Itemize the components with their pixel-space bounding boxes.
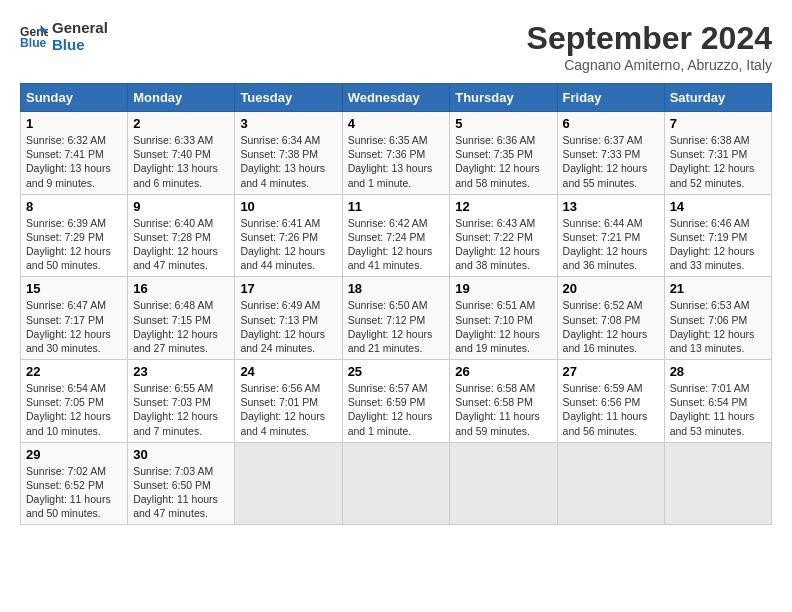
day-info: Sunrise: 6:47 AM Sunset: 7:17 PM Dayligh… [26,298,122,355]
calendar-header-row: SundayMondayTuesdayWednesdayThursdayFrid… [21,84,772,112]
day-number: 29 [26,447,122,462]
column-header-sunday: Sunday [21,84,128,112]
calendar-cell: 14Sunrise: 6:46 AM Sunset: 7:19 PM Dayli… [664,194,771,277]
day-info: Sunrise: 6:49 AM Sunset: 7:13 PM Dayligh… [240,298,336,355]
calendar-cell: 2Sunrise: 6:33 AM Sunset: 7:40 PM Daylig… [128,112,235,195]
column-header-wednesday: Wednesday [342,84,450,112]
day-number: 7 [670,116,766,131]
day-number: 27 [563,364,659,379]
day-info: Sunrise: 6:42 AM Sunset: 7:24 PM Dayligh… [348,216,445,273]
calendar-cell: 29Sunrise: 7:02 AM Sunset: 6:52 PM Dayli… [21,442,128,525]
day-info: Sunrise: 7:03 AM Sunset: 6:50 PM Dayligh… [133,464,229,521]
column-header-monday: Monday [128,84,235,112]
day-info: Sunrise: 6:38 AM Sunset: 7:31 PM Dayligh… [670,133,766,190]
calendar-cell: 26Sunrise: 6:58 AM Sunset: 6:58 PM Dayli… [450,360,557,443]
day-number: 28 [670,364,766,379]
calendar-cell: 10Sunrise: 6:41 AM Sunset: 7:26 PM Dayli… [235,194,342,277]
day-info: Sunrise: 6:44 AM Sunset: 7:21 PM Dayligh… [563,216,659,273]
calendar-cell: 15Sunrise: 6:47 AM Sunset: 7:17 PM Dayli… [21,277,128,360]
day-info: Sunrise: 6:39 AM Sunset: 7:29 PM Dayligh… [26,216,122,273]
day-info: Sunrise: 6:43 AM Sunset: 7:22 PM Dayligh… [455,216,551,273]
calendar-cell: 19Sunrise: 6:51 AM Sunset: 7:10 PM Dayli… [450,277,557,360]
day-info: Sunrise: 6:48 AM Sunset: 7:15 PM Dayligh… [133,298,229,355]
calendar-cell: 17Sunrise: 6:49 AM Sunset: 7:13 PM Dayli… [235,277,342,360]
day-number: 11 [348,199,445,214]
calendar-cell: 9Sunrise: 6:40 AM Sunset: 7:28 PM Daylig… [128,194,235,277]
calendar-cell: 13Sunrise: 6:44 AM Sunset: 7:21 PM Dayli… [557,194,664,277]
title-area: September 2024 Cagnano Amiterno, Abruzzo… [527,20,772,73]
calendar-cell: 5Sunrise: 6:36 AM Sunset: 7:35 PM Daylig… [450,112,557,195]
logo-icon: General Blue [20,23,48,51]
day-number: 12 [455,199,551,214]
day-number: 9 [133,199,229,214]
day-number: 22 [26,364,122,379]
day-info: Sunrise: 6:58 AM Sunset: 6:58 PM Dayligh… [455,381,551,438]
day-info: Sunrise: 6:40 AM Sunset: 7:28 PM Dayligh… [133,216,229,273]
day-info: Sunrise: 6:41 AM Sunset: 7:26 PM Dayligh… [240,216,336,273]
column-header-thursday: Thursday [450,84,557,112]
calendar-cell: 8Sunrise: 6:39 AM Sunset: 7:29 PM Daylig… [21,194,128,277]
logo-line2: Blue [52,37,108,54]
day-number: 3 [240,116,336,131]
calendar-week-row: 15Sunrise: 6:47 AM Sunset: 7:17 PM Dayli… [21,277,772,360]
calendar-table: SundayMondayTuesdayWednesdayThursdayFrid… [20,83,772,525]
calendar-cell: 6Sunrise: 6:37 AM Sunset: 7:33 PM Daylig… [557,112,664,195]
location-title: Cagnano Amiterno, Abruzzo, Italy [527,57,772,73]
day-number: 16 [133,281,229,296]
column-header-saturday: Saturday [664,84,771,112]
day-info: Sunrise: 6:54 AM Sunset: 7:05 PM Dayligh… [26,381,122,438]
day-number: 19 [455,281,551,296]
calendar-cell [450,442,557,525]
calendar-cell: 7Sunrise: 6:38 AM Sunset: 7:31 PM Daylig… [664,112,771,195]
calendar-cell [235,442,342,525]
calendar-cell: 18Sunrise: 6:50 AM Sunset: 7:12 PM Dayli… [342,277,450,360]
calendar-cell: 11Sunrise: 6:42 AM Sunset: 7:24 PM Dayli… [342,194,450,277]
day-number: 1 [26,116,122,131]
calendar-cell: 20Sunrise: 6:52 AM Sunset: 7:08 PM Dayli… [557,277,664,360]
calendar-cell: 3Sunrise: 6:34 AM Sunset: 7:38 PM Daylig… [235,112,342,195]
day-number: 4 [348,116,445,131]
day-info: Sunrise: 6:37 AM Sunset: 7:33 PM Dayligh… [563,133,659,190]
day-number: 21 [670,281,766,296]
day-number: 23 [133,364,229,379]
day-number: 14 [670,199,766,214]
calendar-cell: 24Sunrise: 6:56 AM Sunset: 7:01 PM Dayli… [235,360,342,443]
day-number: 17 [240,281,336,296]
day-number: 10 [240,199,336,214]
day-number: 20 [563,281,659,296]
header: General Blue General Blue September 2024… [20,20,772,73]
day-info: Sunrise: 6:46 AM Sunset: 7:19 PM Dayligh… [670,216,766,273]
day-info: Sunrise: 6:51 AM Sunset: 7:10 PM Dayligh… [455,298,551,355]
day-info: Sunrise: 6:34 AM Sunset: 7:38 PM Dayligh… [240,133,336,190]
calendar-week-row: 8Sunrise: 6:39 AM Sunset: 7:29 PM Daylig… [21,194,772,277]
calendar-cell [664,442,771,525]
day-info: Sunrise: 6:52 AM Sunset: 7:08 PM Dayligh… [563,298,659,355]
logo-line1: General [52,20,108,37]
day-info: Sunrise: 6:57 AM Sunset: 6:59 PM Dayligh… [348,381,445,438]
day-number: 5 [455,116,551,131]
day-number: 25 [348,364,445,379]
calendar-cell: 1Sunrise: 6:32 AM Sunset: 7:41 PM Daylig… [21,112,128,195]
calendar-week-row: 1Sunrise: 6:32 AM Sunset: 7:41 PM Daylig… [21,112,772,195]
day-number: 15 [26,281,122,296]
day-number: 2 [133,116,229,131]
day-info: Sunrise: 6:59 AM Sunset: 6:56 PM Dayligh… [563,381,659,438]
day-number: 6 [563,116,659,131]
day-info: Sunrise: 6:32 AM Sunset: 7:41 PM Dayligh… [26,133,122,190]
day-info: Sunrise: 6:35 AM Sunset: 7:36 PM Dayligh… [348,133,445,190]
calendar-cell: 25Sunrise: 6:57 AM Sunset: 6:59 PM Dayli… [342,360,450,443]
day-number: 30 [133,447,229,462]
calendar-cell [557,442,664,525]
calendar-week-row: 29Sunrise: 7:02 AM Sunset: 6:52 PM Dayli… [21,442,772,525]
day-info: Sunrise: 6:56 AM Sunset: 7:01 PM Dayligh… [240,381,336,438]
calendar-cell: 27Sunrise: 6:59 AM Sunset: 6:56 PM Dayli… [557,360,664,443]
calendar-cell: 12Sunrise: 6:43 AM Sunset: 7:22 PM Dayli… [450,194,557,277]
svg-text:Blue: Blue [20,36,47,50]
day-info: Sunrise: 6:36 AM Sunset: 7:35 PM Dayligh… [455,133,551,190]
column-header-tuesday: Tuesday [235,84,342,112]
day-number: 18 [348,281,445,296]
day-info: Sunrise: 7:02 AM Sunset: 6:52 PM Dayligh… [26,464,122,521]
logo: General Blue General Blue [20,20,108,53]
month-title: September 2024 [527,20,772,57]
day-info: Sunrise: 7:01 AM Sunset: 6:54 PM Dayligh… [670,381,766,438]
